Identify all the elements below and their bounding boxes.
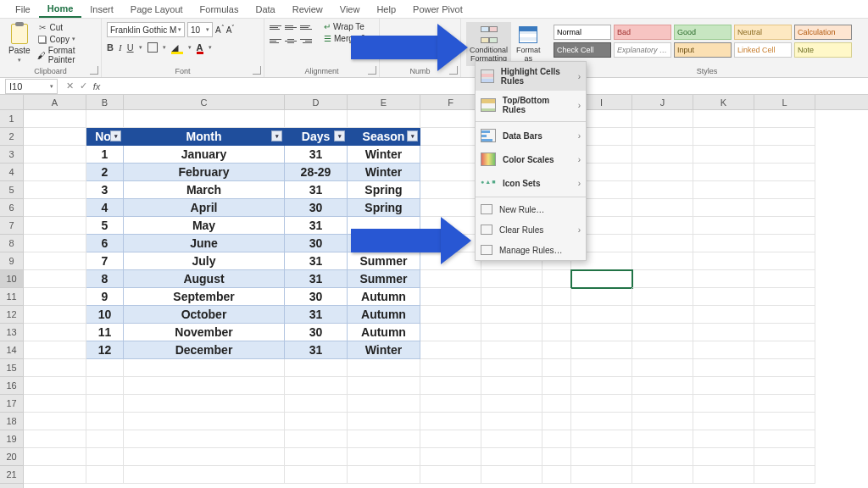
style-chip[interactable]: Good (674, 25, 732, 40)
cell[interactable]: 6 (86, 235, 124, 252)
cell[interactable] (693, 341, 754, 359)
cell[interactable] (481, 288, 542, 306)
cell[interactable] (693, 270, 754, 288)
cell[interactable]: 31 (285, 306, 348, 324)
column-header[interactable]: L (754, 95, 815, 109)
cell[interactable]: 12 (86, 341, 124, 359)
cell[interactable] (754, 199, 815, 217)
filter-dropdown-icon[interactable] (407, 130, 418, 141)
cell[interactable] (124, 430, 285, 448)
cell[interactable] (693, 235, 754, 252)
filter-dropdown-icon[interactable] (334, 130, 345, 141)
cell[interactable] (24, 217, 86, 235)
cell[interactable]: 2 (86, 164, 124, 181)
row-header[interactable]: 3 (0, 146, 23, 164)
cell[interactable] (693, 448, 754, 466)
cell[interactable]: 10 (86, 306, 124, 324)
cell[interactable] (542, 341, 571, 359)
cell[interactable] (693, 430, 754, 448)
cell[interactable] (571, 413, 632, 430)
cell[interactable] (632, 288, 693, 306)
cell[interactable] (285, 448, 348, 466)
conditional-formatting-button[interactable]: Conditional Formatting (466, 22, 511, 66)
cell[interactable] (632, 128, 693, 146)
cell[interactable] (24, 341, 86, 359)
cell[interactable]: 28-29 (285, 164, 348, 181)
cell[interactable] (754, 252, 815, 270)
cell[interactable] (632, 359, 693, 377)
cell[interactable] (420, 110, 481, 128)
cell[interactable] (24, 270, 86, 288)
cell[interactable] (420, 164, 481, 181)
cell[interactable] (481, 466, 542, 484)
cell[interactable] (542, 377, 571, 395)
row-header[interactable]: 20 (0, 448, 23, 466)
column-header[interactable]: A (24, 95, 86, 109)
enter-formula-button[interactable]: ✓ (76, 80, 90, 92)
column-header[interactable]: B (86, 95, 124, 109)
select-all-corner[interactable] (0, 95, 24, 110)
cell[interactable]: February (124, 164, 285, 181)
tab-formulas[interactable]: Formulas (192, 2, 248, 17)
cell[interactable] (420, 341, 481, 359)
cell[interactable] (24, 430, 86, 448)
cell[interactable] (632, 306, 693, 324)
cell[interactable] (632, 377, 693, 395)
cell[interactable] (754, 413, 815, 430)
cell[interactable] (693, 377, 754, 395)
cell[interactable] (542, 359, 571, 377)
cell[interactable] (542, 324, 571, 341)
cell[interactable] (24, 252, 86, 270)
cell[interactable] (754, 359, 815, 377)
tab-power-pivot[interactable]: Power Pivot (404, 2, 471, 17)
cell[interactable]: Autumn (348, 324, 420, 341)
cell[interactable] (542, 430, 571, 448)
filter-dropdown-icon[interactable] (110, 130, 121, 141)
cell[interactable] (86, 110, 124, 128)
cell[interactable] (24, 128, 86, 146)
cell[interactable] (24, 377, 86, 395)
cell[interactable] (24, 181, 86, 199)
cell[interactable] (632, 413, 693, 430)
cell[interactable] (285, 359, 348, 377)
cell[interactable] (693, 359, 754, 377)
cell[interactable] (124, 395, 285, 413)
cell[interactable] (86, 466, 124, 484)
row-header[interactable]: 15 (0, 359, 23, 377)
dialog-launcher-icon[interactable] (253, 66, 261, 75)
cell[interactable] (24, 235, 86, 252)
align-right-button[interactable] (300, 36, 312, 46)
cell[interactable]: March (124, 181, 285, 199)
column-header[interactable]: E (348, 95, 420, 109)
cell[interactable] (24, 110, 86, 128)
cell[interactable] (754, 181, 815, 199)
column-header[interactable]: D (285, 95, 348, 109)
cell[interactable] (754, 235, 815, 252)
row-header[interactable]: 13 (0, 324, 23, 341)
cell[interactable] (693, 252, 754, 270)
italic-button[interactable]: I (119, 42, 122, 53)
cell[interactable] (754, 341, 815, 359)
cell[interactable] (420, 466, 481, 484)
cell[interactable] (542, 413, 571, 430)
insert-function-button[interactable]: fx (90, 81, 103, 92)
column-header[interactable]: C (124, 95, 285, 109)
cell[interactable] (24, 199, 86, 217)
cell[interactable]: 31 (285, 217, 348, 235)
cell[interactable] (124, 466, 285, 484)
cell[interactable] (632, 252, 693, 270)
cell[interactable] (124, 448, 285, 466)
cell[interactable]: November (124, 324, 285, 341)
cell[interactable]: 31 (285, 146, 348, 164)
tab-review[interactable]: Review (284, 2, 331, 17)
cell[interactable] (754, 448, 815, 466)
row-header[interactable]: 5 (0, 181, 23, 199)
cell[interactable]: Spring (348, 199, 420, 217)
bold-button[interactable]: B (107, 42, 114, 53)
cell[interactable] (542, 270, 571, 288)
cell[interactable]: June (124, 235, 285, 252)
cell[interactable]: 30 (285, 235, 348, 252)
cell[interactable] (754, 146, 815, 164)
cell[interactable] (754, 110, 815, 128)
cell[interactable] (693, 217, 754, 235)
